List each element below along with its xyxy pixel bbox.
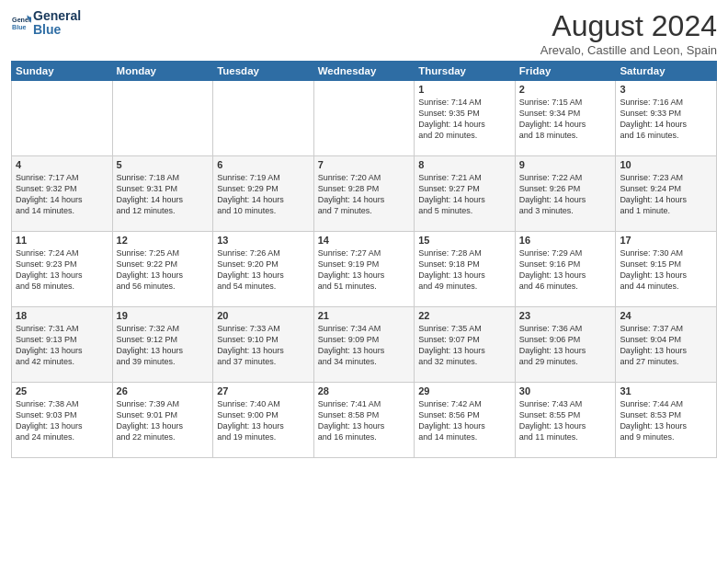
day-number: 25	[16, 385, 108, 396]
calendar-cell: 25Sunrise: 7:38 AM Sunset: 9:03 PM Dayli…	[12, 383, 113, 458]
day-number: 1	[418, 84, 511, 95]
day-info: Sunrise: 7:17 AM Sunset: 9:32 PM Dayligh…	[16, 172, 108, 217]
day-number: 31	[620, 385, 712, 396]
calendar-cell: 20Sunrise: 7:33 AM Sunset: 9:10 PM Dayli…	[213, 307, 314, 383]
day-info: Sunrise: 7:35 AM Sunset: 9:07 PM Dayligh…	[418, 323, 511, 368]
calendar-cell: 17Sunrise: 7:30 AM Sunset: 9:15 PM Dayli…	[616, 232, 717, 307]
day-info: Sunrise: 7:31 AM Sunset: 9:13 PM Dayligh…	[16, 323, 108, 368]
weekday-sunday: Sunday	[12, 62, 113, 81]
weekday-monday: Monday	[112, 62, 213, 81]
day-number: 17	[620, 235, 712, 246]
calendar-cell	[12, 81, 113, 156]
calendar-cell: 18Sunrise: 7:31 AM Sunset: 9:13 PM Dayli…	[12, 307, 113, 383]
calendar-cell: 19Sunrise: 7:32 AM Sunset: 9:12 PM Dayli…	[112, 307, 213, 383]
day-info: Sunrise: 7:21 AM Sunset: 9:27 PM Dayligh…	[418, 172, 511, 217]
day-info: Sunrise: 7:32 AM Sunset: 9:12 PM Dayligh…	[117, 323, 210, 368]
day-info: Sunrise: 7:19 AM Sunset: 9:29 PM Dayligh…	[217, 172, 310, 217]
calendar-cell: 6Sunrise: 7:19 AM Sunset: 9:29 PM Daylig…	[213, 156, 314, 232]
calendar-cell: 16Sunrise: 7:29 AM Sunset: 9:16 PM Dayli…	[515, 232, 616, 307]
calendar-cell	[112, 81, 213, 156]
day-number: 28	[318, 385, 411, 396]
week-row-3: 18Sunrise: 7:31 AM Sunset: 9:13 PM Dayli…	[12, 307, 717, 383]
day-info: Sunrise: 7:36 AM Sunset: 9:06 PM Dayligh…	[519, 323, 612, 368]
day-info: Sunrise: 7:30 AM Sunset: 9:15 PM Dayligh…	[620, 247, 712, 293]
day-info: Sunrise: 7:20 AM Sunset: 9:28 PM Dayligh…	[318, 172, 411, 217]
calendar-cell: 23Sunrise: 7:36 AM Sunset: 9:06 PM Dayli…	[515, 307, 616, 383]
calendar-cell: 3Sunrise: 7:16 AM Sunset: 9:33 PM Daylig…	[616, 81, 717, 156]
calendar-cell: 8Sunrise: 7:21 AM Sunset: 9:27 PM Daylig…	[415, 156, 516, 232]
day-number: 20	[217, 310, 310, 321]
day-number: 24	[620, 310, 712, 321]
calendar-cell: 9Sunrise: 7:22 AM Sunset: 9:26 PM Daylig…	[515, 156, 616, 232]
calendar-cell: 5Sunrise: 7:18 AM Sunset: 9:31 PM Daylig…	[112, 156, 213, 232]
calendar-cell: 31Sunrise: 7:44 AM Sunset: 8:53 PM Dayli…	[616, 383, 717, 458]
day-info: Sunrise: 7:27 AM Sunset: 9:19 PM Dayligh…	[318, 247, 411, 293]
svg-text:Blue: Blue	[12, 24, 27, 31]
day-info: Sunrise: 7:26 AM Sunset: 9:20 PM Dayligh…	[217, 247, 310, 293]
day-number: 8	[418, 159, 511, 170]
day-number: 30	[519, 385, 612, 396]
day-info: Sunrise: 7:25 AM Sunset: 9:22 PM Dayligh…	[117, 247, 210, 293]
day-number: 15	[418, 235, 511, 246]
logo-blue: Blue	[33, 23, 81, 37]
weekday-saturday: Saturday	[616, 62, 717, 81]
calendar-cell	[313, 81, 415, 156]
day-number: 16	[519, 235, 612, 246]
calendar-cell: 4Sunrise: 7:17 AM Sunset: 9:32 PM Daylig…	[12, 156, 113, 232]
calendar-cell: 27Sunrise: 7:40 AM Sunset: 9:00 PM Dayli…	[213, 383, 314, 458]
day-info: Sunrise: 7:22 AM Sunset: 9:26 PM Dayligh…	[519, 172, 612, 217]
weekday-header-row: SundayMondayTuesdayWednesdayThursdayFrid…	[12, 62, 717, 81]
weekday-wednesday: Wednesday	[313, 62, 415, 81]
title-area: August 2024 Arevalo, Castille and Leon, …	[540, 9, 717, 57]
calendar-cell: 12Sunrise: 7:25 AM Sunset: 9:22 PM Dayli…	[112, 232, 213, 307]
day-info: Sunrise: 7:33 AM Sunset: 9:10 PM Dayligh…	[217, 323, 310, 368]
day-number: 21	[318, 310, 411, 321]
day-number: 11	[16, 235, 108, 246]
day-number: 7	[318, 159, 411, 170]
day-info: Sunrise: 7:23 AM Sunset: 9:24 PM Dayligh…	[620, 172, 712, 217]
calendar-cell: 14Sunrise: 7:27 AM Sunset: 9:19 PM Dayli…	[313, 232, 415, 307]
day-info: Sunrise: 7:29 AM Sunset: 9:16 PM Dayligh…	[519, 247, 612, 293]
week-row-1: 4Sunrise: 7:17 AM Sunset: 9:32 PM Daylig…	[12, 156, 717, 232]
day-number: 23	[519, 310, 612, 321]
calendar-cell: 7Sunrise: 7:20 AM Sunset: 9:28 PM Daylig…	[313, 156, 415, 232]
day-info: Sunrise: 7:28 AM Sunset: 9:18 PM Dayligh…	[418, 247, 511, 293]
calendar-header: SundayMondayTuesdayWednesdayThursdayFrid…	[12, 62, 717, 81]
day-number: 14	[318, 235, 411, 246]
day-number: 3	[620, 84, 712, 95]
day-number: 12	[117, 235, 210, 246]
month-title: August 2024	[540, 9, 717, 43]
calendar-cell: 2Sunrise: 7:15 AM Sunset: 9:34 PM Daylig…	[515, 81, 616, 156]
day-number: 6	[217, 159, 310, 170]
calendar-cell: 28Sunrise: 7:41 AM Sunset: 8:58 PM Dayli…	[313, 383, 415, 458]
logo-icon: General Blue	[11, 13, 31, 33]
day-info: Sunrise: 7:37 AM Sunset: 9:04 PM Dayligh…	[620, 323, 712, 368]
day-info: Sunrise: 7:16 AM Sunset: 9:33 PM Dayligh…	[620, 97, 712, 142]
calendar-cell: 15Sunrise: 7:28 AM Sunset: 9:18 PM Dayli…	[415, 232, 516, 307]
calendar-cell: 22Sunrise: 7:35 AM Sunset: 9:07 PM Dayli…	[415, 307, 516, 383]
calendar-cell	[213, 81, 314, 156]
day-info: Sunrise: 7:43 AM Sunset: 8:55 PM Dayligh…	[519, 398, 612, 443]
day-info: Sunrise: 7:34 AM Sunset: 9:09 PM Dayligh…	[318, 323, 411, 368]
day-info: Sunrise: 7:44 AM Sunset: 8:53 PM Dayligh…	[620, 398, 712, 443]
calendar-cell: 1Sunrise: 7:14 AM Sunset: 9:35 PM Daylig…	[415, 81, 516, 156]
day-info: Sunrise: 7:18 AM Sunset: 9:31 PM Dayligh…	[117, 172, 210, 217]
subtitle: Arevalo, Castille and Leon, Spain	[540, 43, 717, 57]
calendar-cell: 26Sunrise: 7:39 AM Sunset: 9:01 PM Dayli…	[112, 383, 213, 458]
calendar-cell: 11Sunrise: 7:24 AM Sunset: 9:23 PM Dayli…	[12, 232, 113, 307]
calendar-cell: 24Sunrise: 7:37 AM Sunset: 9:04 PM Dayli…	[616, 307, 717, 383]
logo-general: General	[33, 9, 81, 23]
page-container: General Blue General Blue August 2024 Ar…	[0, 0, 728, 464]
day-number: 29	[418, 385, 511, 396]
calendar-cell: 21Sunrise: 7:34 AM Sunset: 9:09 PM Dayli…	[313, 307, 415, 383]
week-row-4: 25Sunrise: 7:38 AM Sunset: 9:03 PM Dayli…	[12, 383, 717, 458]
day-info: Sunrise: 7:38 AM Sunset: 9:03 PM Dayligh…	[16, 398, 108, 443]
calendar-cell: 13Sunrise: 7:26 AM Sunset: 9:20 PM Dayli…	[213, 232, 314, 307]
day-info: Sunrise: 7:40 AM Sunset: 9:00 PM Dayligh…	[217, 398, 310, 443]
day-number: 26	[117, 385, 210, 396]
day-info: Sunrise: 7:14 AM Sunset: 9:35 PM Dayligh…	[418, 97, 511, 142]
header: General Blue General Blue August 2024 Ar…	[11, 9, 717, 57]
day-info: Sunrise: 7:24 AM Sunset: 9:23 PM Dayligh…	[16, 247, 108, 293]
day-info: Sunrise: 7:39 AM Sunset: 9:01 PM Dayligh…	[117, 398, 210, 443]
day-info: Sunrise: 7:15 AM Sunset: 9:34 PM Dayligh…	[519, 97, 612, 142]
